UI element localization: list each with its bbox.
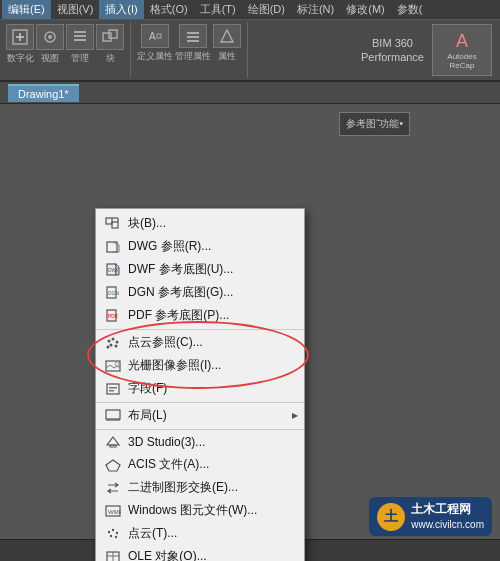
view-label: 视图 xyxy=(41,52,59,65)
block-label: 块 xyxy=(106,52,115,65)
raster-image-icon xyxy=(104,358,122,374)
menu-dwf-ref[interactable]: DWF DWF 参考底图(U)... xyxy=(96,258,304,281)
pointcloud-icon xyxy=(104,335,122,351)
digitize-label: 数字化 xyxy=(7,52,34,65)
menu-item-insert[interactable]: 插入(I) xyxy=(99,0,143,19)
menu-item-view[interactable]: 视图(V) xyxy=(51,0,100,19)
svg-rect-11 xyxy=(187,36,199,38)
block-button[interactable] xyxy=(96,24,124,50)
svg-point-46 xyxy=(110,534,112,536)
dropdown-overlay: 块(B)... DWG 参照(R)... DWF DWF 参考底图(U)... xyxy=(95,208,305,561)
svg-point-47 xyxy=(115,535,117,537)
manage-attr-label: 管理属性 xyxy=(175,50,211,63)
svg-rect-5 xyxy=(74,31,86,33)
toolbar-group-manage: 管理 xyxy=(66,24,94,65)
attr-button[interactable] xyxy=(213,24,241,48)
svg-rect-36 xyxy=(106,410,120,419)
svg-rect-34 xyxy=(109,387,117,389)
autodesk-panel: A Autodes ReCap xyxy=(432,24,492,76)
ole-icon xyxy=(104,549,122,562)
toolbar-group-attr: 属性 xyxy=(213,24,241,63)
svg-point-28 xyxy=(110,343,113,346)
layout-icon xyxy=(104,408,122,424)
toolbar-group-define-attr: A 定义属性 xyxy=(137,24,173,63)
manage-label: 管理 xyxy=(71,52,89,65)
content-area: 参考图“功能• 块(B)... DWG 参照(R)... xyxy=(0,104,500,561)
manage-button[interactable] xyxy=(66,24,94,50)
digitize-button[interactable] xyxy=(6,24,34,50)
toolbar-group-manage-attr: 管理属性 xyxy=(175,24,211,63)
right-toolbar: BIM 360 Performance A Autodes ReCap xyxy=(361,22,496,78)
menu-layout[interactable]: 布局(L) xyxy=(96,402,304,427)
menu-item-draw[interactable]: 绘图(D) xyxy=(242,0,291,19)
define-attr-label: 定义属性 xyxy=(137,50,173,63)
menu-acis[interactable]: ACIS 文件(A)... xyxy=(96,453,304,476)
svg-rect-12 xyxy=(187,40,199,42)
svg-point-30 xyxy=(107,345,110,348)
svg-marker-40 xyxy=(106,460,120,471)
app-layout: 编辑(E) 视图(V) 插入(I) 格式(O) 工具(T) 绘图(D) 标注(N… xyxy=(0,0,500,561)
bim360-label: BIM 360 xyxy=(372,37,413,49)
menu-item-modify[interactable]: 修改(M) xyxy=(340,0,391,19)
svg-rect-6 xyxy=(103,33,111,41)
menu-pdf-ref[interactable]: PDF PDF 参考底图(P)... xyxy=(96,304,304,327)
svg-point-45 xyxy=(116,531,118,533)
dwg-ref-icon xyxy=(104,239,122,255)
toolbar-area: 数字化 视图 管理 块 xyxy=(0,20,500,82)
dwf-ref-icon: DWF xyxy=(104,262,122,278)
menu-item-edit[interactable]: 编辑(E) xyxy=(2,0,51,19)
toolbar-group-digitize: 数字化 xyxy=(6,24,34,65)
svg-rect-7 xyxy=(109,30,117,38)
bim-ref-panel: 参考图“功能• xyxy=(339,112,410,136)
menu-pointcloud2[interactable]: 点云(T)... xyxy=(96,522,304,545)
binary-exchange-icon xyxy=(104,480,122,496)
menu-wmf[interactable]: WMF Windows 图元文件(W)... xyxy=(96,499,304,522)
block-icon xyxy=(104,216,122,232)
menu-binary-exchange[interactable]: 二进制图形交换(E)... xyxy=(96,476,304,499)
manage-attr-button[interactable] xyxy=(179,24,207,48)
svg-point-25 xyxy=(108,339,111,342)
menu-item-tools[interactable]: 工具(T) xyxy=(194,0,242,19)
svg-rect-15 xyxy=(112,222,118,228)
svg-rect-39 xyxy=(110,445,116,447)
toolbar-section-digitize: 数字化 视图 管理 块 xyxy=(4,22,131,78)
menu-item-format[interactable]: 格式(O) xyxy=(144,0,194,19)
performance-label: Performance xyxy=(361,51,424,63)
svg-rect-35 xyxy=(109,390,114,392)
pdf-ref-icon: PDF xyxy=(104,308,122,324)
attr-label: 属性 xyxy=(218,50,236,63)
menu-dwg-ref[interactable]: DWG 参照(R)... xyxy=(96,235,304,258)
menu-dgn-ref[interactable]: DGN DGN 参考底图(G)... xyxy=(96,281,304,304)
svg-marker-13 xyxy=(221,30,233,42)
toolbar-row-1: 数字化 视图 管理 块 xyxy=(6,24,124,65)
svg-point-27 xyxy=(116,340,119,343)
menu-raster-image[interactable]: 光栅图像参照(I)... xyxy=(96,354,304,377)
view-button[interactable] xyxy=(36,24,64,50)
svg-point-43 xyxy=(108,530,110,532)
menu-field[interactable]: 字段(F) xyxy=(96,377,304,400)
menu-bar: 编辑(E) 视图(V) 插入(I) 格式(O) 工具(T) 绘图(D) 标注(N… xyxy=(0,0,500,20)
pointcloud2-icon xyxy=(104,526,122,542)
svg-text:A: A xyxy=(149,31,156,42)
3dstudio-icon xyxy=(104,434,122,450)
define-attr-button[interactable]: A xyxy=(141,24,169,48)
drawing-tab[interactable]: Drawing1* xyxy=(8,84,79,102)
watermark-icon: 土 xyxy=(377,503,405,531)
insert-dropdown-menu: 块(B)... DWG 参照(R)... DWF DWF 参考底图(U)... xyxy=(95,208,305,561)
menu-3dstudio[interactable]: 3D Studio(3)... xyxy=(96,429,304,453)
field-icon xyxy=(104,381,122,397)
toolbar-group-block: 块 xyxy=(96,24,124,65)
menu-item-annotate[interactable]: 标注(N) xyxy=(291,0,340,19)
menu-pointcloud[interactable]: 点云参照(C)... xyxy=(96,329,304,354)
svg-point-2 xyxy=(48,35,52,39)
svg-rect-10 xyxy=(187,32,199,34)
drawing-area: Drawing1* xyxy=(0,82,500,104)
menu-block[interactable]: 块(B)... xyxy=(96,212,304,235)
menu-ole[interactable]: OLE 对象(O)... xyxy=(96,545,304,561)
svg-point-29 xyxy=(115,344,118,347)
svg-text:DWF: DWF xyxy=(108,267,119,273)
menu-item-params[interactable]: 参数( xyxy=(391,0,429,19)
acis-icon xyxy=(104,457,122,473)
wmf-icon: WMF xyxy=(104,503,122,519)
svg-point-44 xyxy=(112,528,114,530)
